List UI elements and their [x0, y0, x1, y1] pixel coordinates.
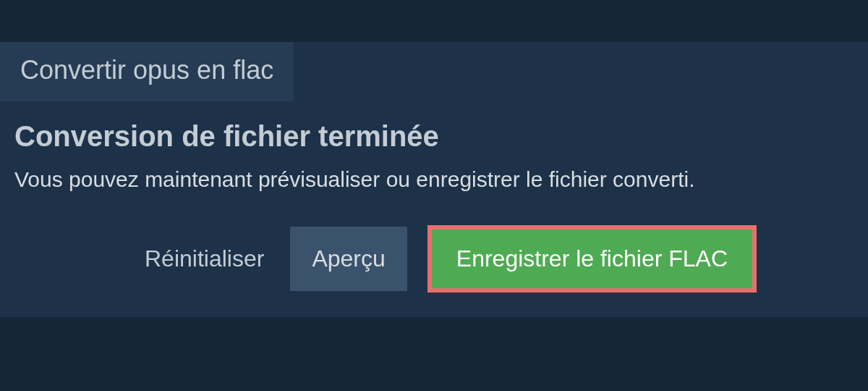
- tab-convert[interactable]: Convertir opus en flac: [0, 42, 294, 101]
- conversion-description: Vous pouvez maintenant prévisualiser ou …: [14, 167, 854, 192]
- save-button[interactable]: Enregistrer le fichier FLAC: [427, 225, 757, 293]
- preview-button[interactable]: Aperçu: [290, 227, 407, 291]
- main-content: Conversion de fichier terminée Vous pouv…: [0, 101, 868, 317]
- tab-bar: Convertir opus en flac: [0, 42, 868, 101]
- tab-label: Convertir opus en flac: [20, 55, 273, 85]
- reset-link[interactable]: Réinitialiser: [145, 245, 264, 272]
- conversion-complete-heading: Conversion de fichier terminée: [14, 120, 854, 153]
- content-panel: Convertir opus en flac Conversion de fic…: [0, 42, 868, 317]
- action-buttons: Réinitialiser Aperçu Enregistrer le fich…: [14, 225, 854, 293]
